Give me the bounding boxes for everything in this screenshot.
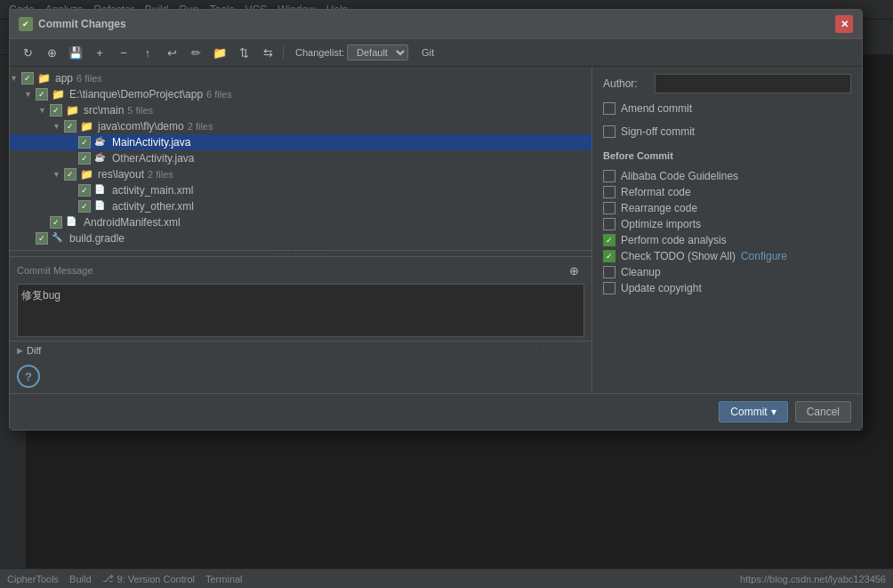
tree-resize-handle[interactable]: · · · · · · · · <box>10 250 591 257</box>
alibaba-checkbox[interactable] <box>603 170 615 182</box>
amend-commit-row: Amend commit <box>603 101 851 117</box>
tree-checkbox[interactable]: ✓ <box>64 168 76 181</box>
checkbox-row-updatecopyright: Update copyright <box>603 280 851 296</box>
checkbox-row-alibaba: Alibaba Code Guidelines <box>603 168 851 184</box>
changelist-select[interactable]: Default <box>347 44 408 60</box>
status-cipher-tools[interactable]: CipherTools <box>7 573 59 584</box>
tree-item-label: res\layout <box>98 168 144 181</box>
tree-checkbox[interactable]: ✓ <box>36 88 48 101</box>
dialog-title-icon: ✔ <box>19 17 33 31</box>
tree-item[interactable]: ▼✓📁res\layout2 files <box>10 166 591 182</box>
updatecopyright-checkbox[interactable] <box>603 282 615 294</box>
cleanup-checkbox[interactable] <box>603 266 615 278</box>
rearrange-checkbox[interactable] <box>603 202 615 214</box>
reformat-checkbox[interactable] <box>603 186 615 198</box>
file-icon: 📁 <box>80 120 94 133</box>
dtb-expand-button[interactable]: ⊕ <box>41 43 62 62</box>
diff-label: Diff <box>27 345 41 356</box>
file-panel: ▼✓📁app6 files▼✓📁E:\tianque\DemoProject\a… <box>10 67 592 393</box>
dtb-remove-button[interactable]: − <box>113 43 134 62</box>
tree-item[interactable]: ✓📄activity_other.xml <box>10 198 591 214</box>
tree-item[interactable]: ▼✓📁src\main5 files <box>10 102 591 118</box>
amend-commit-label: Amend commit <box>621 102 692 115</box>
optimize-checkbox[interactable] <box>603 218 615 230</box>
tree-item[interactable]: ✓🔧build.gradle <box>10 230 591 246</box>
commit-message-input[interactable] <box>17 284 584 337</box>
commit-msg-label: Commit Message <box>17 265 93 276</box>
dtb-undo-button[interactable]: ↩ <box>161 43 182 62</box>
alibaba-label: Alibaba Code Guidelines <box>621 170 738 182</box>
tree-checkbox[interactable]: ✓ <box>78 136 91 149</box>
file-count: 6 files <box>76 73 102 84</box>
commit-msg-expand-btn[interactable]: ⊕ <box>563 261 584 280</box>
dtb-sort1-button[interactable]: ⇅ <box>233 43 254 62</box>
file-icon: 📄 <box>66 216 80 229</box>
vc-icon: ⎇ <box>102 573 114 584</box>
tree-checkbox[interactable]: ✓ <box>50 216 62 229</box>
author-row: Author: <box>603 74 851 93</box>
tree-item[interactable]: ▼✓📁java\com\fly\demo2 files <box>10 118 591 134</box>
tree-checkbox[interactable]: ✓ <box>50 104 62 117</box>
commit-label: Commit <box>730 406 767 418</box>
codeanalysis-checkbox[interactable] <box>603 234 615 246</box>
diff-header[interactable]: ▶ Diff · · · · · · · · <box>17 345 584 356</box>
tree-expand-arrow: ▼ <box>10 74 20 83</box>
help-button[interactable]: ? <box>17 365 40 388</box>
dialog-toolbar: ↻ ⊕ 💾 + − ↑ ↩ ✏ 📁 ⇅ ⇆ Changelist: Defaul… <box>10 39 862 67</box>
file-tree: ▼✓📁app6 files▼✓📁E:\tianque\DemoProject\a… <box>10 67 591 250</box>
tree-checkbox[interactable]: ✓ <box>78 184 91 197</box>
commit-button[interactable]: Commit ▾ <box>719 401 787 423</box>
tree-item[interactable]: ▼✓📁app6 files <box>10 70 591 86</box>
checktodo-label: Check TODO (Show All) <box>621 250 736 262</box>
tree-checkbox[interactable]: ✓ <box>36 232 48 245</box>
dtb-folder-button[interactable]: 📁 <box>209 43 230 62</box>
dtb-move-up[interactable]: ↑ <box>137 43 158 62</box>
tree-item[interactable]: ✓📄AndroidManifest.xml <box>10 214 591 230</box>
dtb-add-button[interactable]: + <box>89 43 110 62</box>
cancel-button[interactable]: Cancel <box>795 401 851 423</box>
tree-item-label: AndroidManifest.xml <box>84 216 181 229</box>
tree-item[interactable]: ✓📄activity_main.xml <box>10 182 591 198</box>
signoff-commit-checkbox[interactable] <box>603 125 615 138</box>
checktodo-checkbox[interactable] <box>603 250 615 262</box>
tree-item-label: E:\tianque\DemoProject\app <box>69 88 203 101</box>
checktodo-configure-link[interactable]: Configure <box>741 250 787 262</box>
status-version-control[interactable]: ⎇ 9: Version Control <box>102 573 195 584</box>
tree-item-label: build.gradle <box>69 232 125 245</box>
dialog-close-button[interactable]: ✕ <box>835 15 853 33</box>
tree-checkbox[interactable]: ✓ <box>78 152 91 165</box>
tree-expand-arrow: ▼ <box>52 122 63 131</box>
file-icon: 📄 <box>94 184 109 197</box>
amend-commit-checkbox[interactable] <box>603 102 615 115</box>
file-icon: 📄 <box>94 200 109 213</box>
file-icon: 📁 <box>37 72 52 85</box>
dialog-body: ▼✓📁app6 files▼✓📁E:\tianque\DemoProject\a… <box>10 67 862 393</box>
diff-collapse-arrow: ▶ <box>17 346 23 355</box>
file-count: 2 files <box>188 121 213 132</box>
tree-item-label: src\main <box>84 104 124 117</box>
status-terminal[interactable]: Terminal <box>205 573 243 584</box>
checkbox-row-cleanup: Cleanup <box>603 264 851 280</box>
tree-item[interactable]: ✓☕MainActivity.java <box>10 134 591 150</box>
dialog-footer: Commit ▾ Cancel <box>10 393 862 430</box>
dtb-sort2-button[interactable]: ⇆ <box>257 43 278 62</box>
status-build[interactable]: Build <box>69 573 91 584</box>
file-icon: 📁 <box>80 168 94 181</box>
signoff-commit-row: Sign-off commit <box>603 124 851 140</box>
signoff-commit-label: Sign-off commit <box>621 125 695 138</box>
author-input[interactable] <box>655 74 851 93</box>
tree-checkbox[interactable]: ✓ <box>21 72 34 85</box>
tree-checkbox[interactable]: ✓ <box>64 120 76 133</box>
file-icon: 📁 <box>66 104 80 117</box>
tree-item[interactable]: ✓☕OtherActivity.java <box>10 150 591 166</box>
dtb-refresh-button[interactable]: ↻ <box>17 43 38 62</box>
tree-item[interactable]: ▼✓📁E:\tianque\DemoProject\app6 files <box>10 86 591 102</box>
dtb-save-button[interactable]: 💾 <box>65 43 86 62</box>
tree-checkbox[interactable]: ✓ <box>78 200 91 213</box>
checkbox-row-codeanalysis: Perform code analysis <box>603 232 851 248</box>
dtb-separator <box>283 45 284 60</box>
commit-dropdown-arrow: ▾ <box>771 406 776 418</box>
file-count: 5 files <box>127 105 153 116</box>
dtb-edit-button[interactable]: ✏ <box>185 43 206 62</box>
tree-expand-arrow: ▼ <box>24 90 35 99</box>
